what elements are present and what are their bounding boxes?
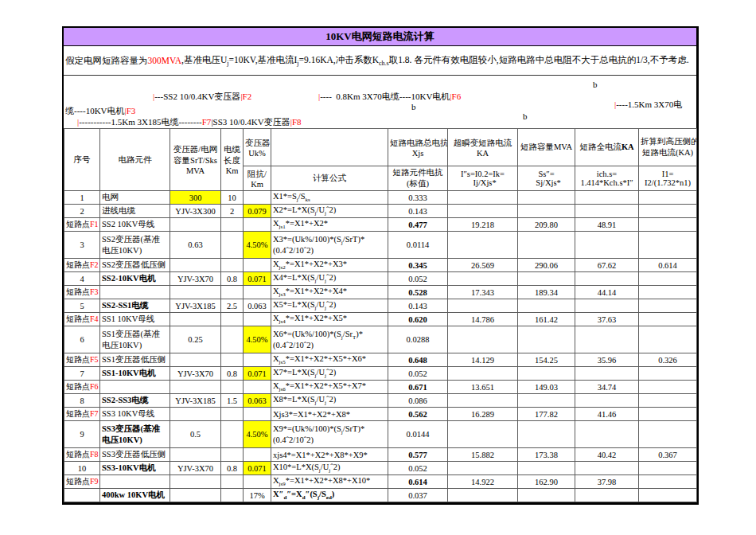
cell-x-reactance[interactable]: 0.477 [388, 218, 448, 232]
cell-uk-impedance[interactable] [244, 286, 271, 299]
cell-x-reactance[interactable]: 0.648 [388, 353, 448, 367]
cell-element[interactable]: SS3变压器(基准电压10KV) [100, 421, 170, 448]
cell-formula[interactable]: Xjs9*=X1*+X2*+X8*+X10* [271, 475, 388, 489]
cell-no[interactable]: 短路点F2 [64, 259, 100, 272]
cell-element[interactable]: 进线电缆 [100, 205, 170, 218]
cell-i-super[interactable] [448, 421, 518, 448]
cell-i-hv[interactable] [639, 475, 697, 489]
cell-formula[interactable]: X2*=L*X(Sj/Ujˆ2) [271, 205, 388, 218]
cell-i-hv[interactable]: 0.614 [639, 259, 697, 272]
cell-capacity[interactable]: 0.25 [170, 326, 221, 353]
cell-s-mva[interactable]: 149.03 [518, 381, 575, 394]
cell-x-reactance[interactable]: 0.0144 [388, 421, 448, 448]
cell-i-hv[interactable] [639, 232, 697, 259]
cell-length[interactable] [221, 421, 244, 448]
cell-x-reactance[interactable]: 0.528 [388, 286, 448, 299]
cell-uk-impedance[interactable]: 0.071 [244, 367, 271, 381]
cell-no[interactable]: 6 [64, 326, 100, 353]
cell-uk-impedance[interactable] [244, 475, 271, 489]
cell-uk-impedance[interactable] [244, 408, 271, 421]
cell-no[interactable]: 短路点F3 [64, 286, 100, 299]
cell-length[interactable] [221, 232, 244, 259]
cell-formula[interactable]: Xjs4*=X1*+X2*+X5* [271, 313, 388, 326]
col-header-i1-formula[interactable]: I1= I2/(1.732*n1) [639, 166, 697, 191]
cell-capacity[interactable]: 0.5 [170, 421, 221, 448]
cell-i-full[interactable]: 37.98 [575, 475, 639, 489]
cell-formula[interactable]: X9*=(Uk%/100)*(Sj/SrT)*(0.4ˆ2/10ˆ2) [271, 421, 388, 448]
cell-no[interactable]: 短路点F9 [64, 475, 100, 489]
cell-x-reactance[interactable]: 0.614 [388, 475, 448, 489]
cell-i-super[interactable] [448, 232, 518, 259]
cell-x-reactance[interactable]: 0.671 [388, 381, 448, 394]
cell-x-reactance[interactable]: 0.333 [388, 191, 448, 205]
cell-capacity[interactable] [170, 286, 221, 299]
cell-element[interactable]: SS3 10KV母线 [100, 408, 170, 421]
cell-formula[interactable]: Xjs6*=X1*+X2*+X5*+X7* [271, 381, 388, 394]
cell-uk-impedance[interactable] [244, 353, 271, 367]
cell-element[interactable]: SS1变压器低压侧 [100, 353, 170, 367]
cell-uk-impedance[interactable] [244, 191, 271, 205]
cell-i-full[interactable] [575, 421, 639, 448]
cell-length[interactable]: 0.8 [221, 272, 244, 286]
cell-no[interactable]: 7 [64, 367, 100, 381]
cell-i-full[interactable] [575, 462, 639, 475]
col-header-i-super-formula[interactable]: I″s=I0.2=Ik= Ij/Xjs* [448, 166, 518, 191]
cell-i-full[interactable]: 35.96 [575, 353, 639, 367]
cell-x-reactance[interactable]: 0.052 [388, 272, 448, 286]
cell-capacity[interactable] [170, 489, 221, 502]
cell-i-hv[interactable] [639, 394, 697, 408]
cell-capacity[interactable]: YJV-3X70 [170, 462, 221, 475]
cell-no[interactable]: 1 [64, 191, 100, 205]
cell-s-mva[interactable] [518, 326, 575, 353]
cell-i-full[interactable]: 44.14 [575, 286, 639, 299]
cell-i-full[interactable]: 40.42 [575, 448, 639, 462]
cell-s-mva[interactable]: 177.82 [518, 408, 575, 421]
cell-i-hv[interactable] [639, 367, 697, 381]
cell-x-reactance[interactable]: 0.0114 [388, 232, 448, 259]
cell-s-mva[interactable]: 173.38 [518, 448, 575, 462]
col-header-x-total[interactable]: 短路电路总电抗 Xjs [388, 129, 448, 166]
cell-capacity[interactable] [170, 259, 221, 272]
cell-s-mva[interactable]: 161.42 [518, 313, 575, 326]
cell-capacity[interactable] [170, 353, 221, 367]
cell-x-reactance[interactable]: 0.052 [388, 462, 448, 475]
cell-i-super[interactable]: 14.786 [448, 313, 518, 326]
cell-capacity[interactable]: 0.63 [170, 232, 221, 259]
cell-element[interactable]: SS2-10KV电机 [100, 272, 170, 286]
cell-no[interactable]: 3 [64, 232, 100, 259]
cell-i-full[interactable]: 37.63 [575, 313, 639, 326]
cell-formula[interactable]: X1*=Sj/Sks [271, 191, 388, 205]
cell-uk-impedance[interactable] [244, 259, 271, 272]
cell-uk-impedance[interactable]: 0.071 [244, 462, 271, 475]
cell-no[interactable]: 5 [64, 299, 100, 313]
cell-formula[interactable]: xjs4*=X1*+X2*+X8*+X9* [271, 448, 388, 462]
cell-no[interactable]: 8 [64, 394, 100, 408]
cell-element[interactable]: SS1 10KV母线 [100, 313, 170, 326]
cell-i-super[interactable]: 26.569 [448, 259, 518, 272]
cell-uk-impedance[interactable] [244, 381, 271, 394]
col-header-element[interactable]: 电路元件 [100, 129, 170, 191]
cell-i-super[interactable] [448, 272, 518, 286]
cell-s-mva[interactable] [518, 421, 575, 448]
cell-length[interactable]: 0.8 [221, 367, 244, 381]
cell-uk-impedance[interactable]: 4.50% [244, 326, 271, 353]
cell-x-reactance[interactable]: 0.086 [388, 394, 448, 408]
cell-formula[interactable]: Xjs5*=X1*+X2*+X5*+X6* [271, 353, 388, 367]
cell-uk-impedance[interactable]: 0.063 [244, 394, 271, 408]
cell-uk-impedance[interactable]: 0.071 [244, 272, 271, 286]
cell-i-super[interactable] [448, 299, 518, 313]
cell-capacity[interactable]: YJV-3X300 [170, 205, 221, 218]
cell-length[interactable]: 2 [221, 205, 244, 218]
cell-length[interactable] [221, 353, 244, 367]
cell-length[interactable] [221, 218, 244, 232]
cell-no[interactable]: 短路点F6 [64, 381, 100, 394]
cell-capacity[interactable] [170, 408, 221, 421]
col-header-uk[interactable]: 变压器 Uk% [244, 129, 271, 166]
cell-i-full[interactable] [575, 489, 639, 502]
cell-s-mva[interactable] [518, 191, 575, 205]
cell-formula[interactable]: X6*=(Uk%/100)*(Sj/SrT)*(0.4ˆ2/10ˆ2) [271, 326, 388, 353]
cell-length[interactable] [221, 448, 244, 462]
cell-no[interactable]: 10 [64, 462, 100, 475]
cell-i-full[interactable] [575, 326, 639, 353]
col-header-i-full[interactable]: 短路全电流KA [575, 129, 639, 166]
